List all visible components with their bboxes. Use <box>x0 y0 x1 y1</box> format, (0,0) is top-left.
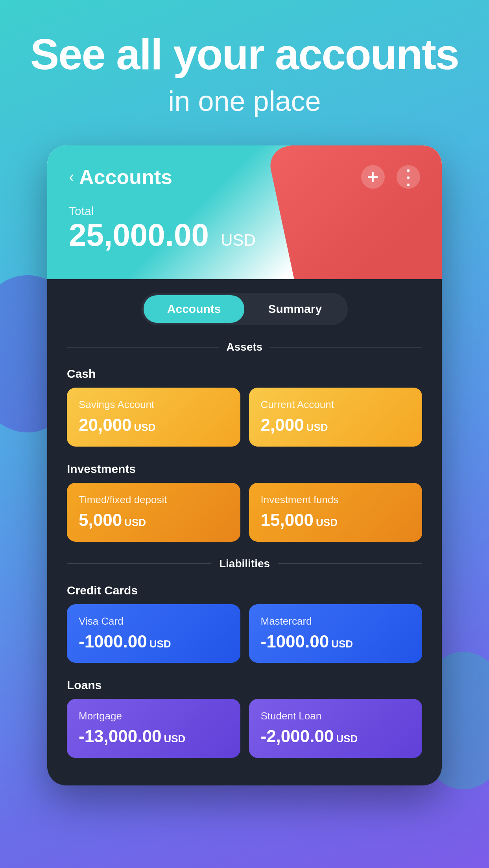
card-header-content: ‹ Accounts + ⋮ Total 25,000.00 USD <box>47 145 442 264</box>
liabilities-divider-left <box>67 563 211 564</box>
investment-funds-card[interactable]: Investment funds 15,000USD <box>249 483 423 542</box>
investments-accounts-grid: Timed/fixed deposit 5,000USD Investment … <box>47 483 442 554</box>
current-account-card[interactable]: Current Account 2,000USD <box>249 388 423 447</box>
mortgage-card[interactable]: Mortgage -13,000.00USD <box>67 699 240 758</box>
liabilities-section-header: Liabilities <box>47 554 442 580</box>
loans-category-label: Loans <box>47 675 442 699</box>
assets-section-header: Assets <box>47 337 442 363</box>
mastercard-name: Mastercard <box>261 615 411 627</box>
savings-account-name: Savings Account <box>79 399 229 411</box>
tabs-container: Accounts Summary <box>47 279 442 337</box>
tab-accounts[interactable]: Accounts <box>144 295 245 323</box>
mortgage-currency: USD <box>164 733 185 745</box>
mastercard-amount: -1000.00USD <box>261 631 411 652</box>
fixed-deposit-card[interactable]: Timed/fixed deposit 5,000USD <box>67 483 240 542</box>
hero-title: See all your accounts <box>24 31 465 77</box>
assets-divider-left <box>67 347 219 348</box>
liabilities-label: Liabilities <box>219 557 270 570</box>
current-account-currency: USD <box>306 421 328 433</box>
tabs-pill: Accounts Summary <box>141 293 348 325</box>
card-header-top: ‹ Accounts + ⋮ <box>69 165 420 189</box>
savings-account-amount: 20,000USD <box>79 415 229 436</box>
investment-funds-amount: 15,000USD <box>261 510 411 531</box>
mastercard-currency: USD <box>331 638 353 650</box>
tab-summary[interactable]: Summary <box>244 295 345 323</box>
more-menu-button[interactable]: ⋮ <box>397 165 420 189</box>
current-account-name: Current Account <box>261 399 411 411</box>
visa-card-currency: USD <box>149 638 171 650</box>
credit-cards-category-label: Credit Cards <box>47 580 442 604</box>
loans-accounts-grid: Mortgage -13,000.00USD Student Loan -2,0… <box>47 699 442 770</box>
student-loan-currency: USD <box>336 733 358 745</box>
fixed-deposit-amount: 5,000USD <box>79 510 229 531</box>
investment-funds-currency: USD <box>316 517 338 528</box>
liabilities-divider-right <box>278 563 422 564</box>
mortgage-name: Mortgage <box>79 710 229 722</box>
student-loan-card[interactable]: Student Loan -2,000.00USD <box>249 699 423 758</box>
back-button[interactable]: ‹ Accounts <box>69 165 172 189</box>
card-title: Accounts <box>79 165 172 189</box>
fixed-deposit-name: Timed/fixed deposit <box>79 494 229 506</box>
savings-account-card[interactable]: Savings Account 20,000USD <box>67 388 240 447</box>
back-icon: ‹ <box>69 169 74 185</box>
student-loan-amount: -2,000.00USD <box>261 726 411 747</box>
assets-label: Assets <box>227 341 263 353</box>
mortgage-amount: -13,000.00USD <box>79 726 229 747</box>
card-header-actions: + ⋮ <box>361 165 420 189</box>
total-amount: 25,000.00 USD <box>69 218 420 252</box>
card-body: Accounts Summary Assets Cash Savings Acc… <box>47 279 442 785</box>
hero-subtitle: in one place <box>24 85 465 117</box>
investments-category-label: Investments <box>47 458 442 483</box>
assets-divider-right <box>270 347 422 348</box>
add-account-button[interactable]: + <box>361 165 385 189</box>
savings-account-currency: USD <box>134 421 156 433</box>
mastercard-card[interactable]: Mastercard -1000.00USD <box>249 604 423 663</box>
total-label: Total <box>69 204 420 218</box>
cash-accounts-grid: Savings Account 20,000USD Current Accoun… <box>47 388 442 458</box>
fixed-deposit-currency: USD <box>124 517 146 528</box>
visa-card-name: Visa Card <box>79 615 229 627</box>
phone-card: ‹ Accounts + ⋮ Total 25,000.00 USD Accou… <box>47 145 442 785</box>
student-loan-name: Student Loan <box>261 710 411 722</box>
current-account-amount: 2,000USD <box>261 415 411 436</box>
visa-card-amount: -1000.00USD <box>79 631 229 652</box>
cash-category-label: Cash <box>47 363 442 388</box>
card-header: ‹ Accounts + ⋮ Total 25,000.00 USD <box>47 145 442 279</box>
total-currency: USD <box>221 231 256 249</box>
investment-funds-name: Investment funds <box>261 494 411 506</box>
visa-card[interactable]: Visa Card -1000.00USD <box>67 604 240 663</box>
credit-cards-accounts-grid: Visa Card -1000.00USD Mastercard -1000.0… <box>47 604 442 675</box>
hero-section: See all your accounts in one place <box>0 0 489 133</box>
